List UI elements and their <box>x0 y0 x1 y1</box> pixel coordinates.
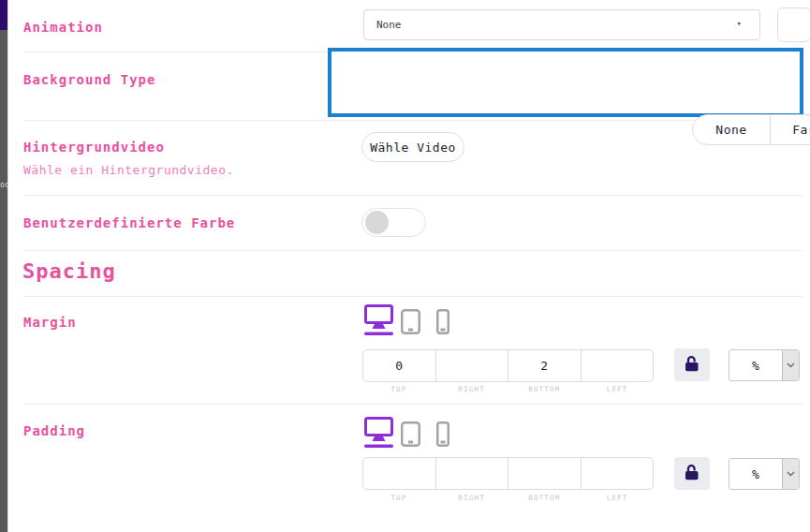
padding-bottom-input[interactable] <box>508 458 581 489</box>
tablet-icon[interactable] <box>401 309 420 334</box>
choose-video-button[interactable]: Wähle Video <box>361 132 464 162</box>
margin-input-group <box>362 349 654 382</box>
padding-label: Padding <box>23 423 85 438</box>
padding-field-labels: TOP RIGHT BOTTOM LEFT <box>362 494 654 502</box>
padding-unit-value: % <box>729 459 782 489</box>
desktop-icon[interactable] <box>364 304 393 335</box>
left-field-label: LEFT <box>581 385 654 393</box>
chevron-down-icon <box>782 459 799 489</box>
margin-unit-select[interactable]: % <box>729 349 800 381</box>
unlock-icon <box>685 464 700 484</box>
chevron-down-icon <box>782 350 799 380</box>
row-divider <box>23 296 803 297</box>
panel-edge-divider <box>7 0 8 532</box>
toggle-knob <box>365 211 389 234</box>
desktop-icon[interactable] <box>364 417 393 448</box>
row-divider <box>23 195 803 196</box>
dropdown-caret-icon: ▾ <box>737 19 742 28</box>
bg-type-option-farbe[interactable]: Farbe <box>770 115 810 144</box>
top-field-label: TOP <box>362 494 435 502</box>
margin-right-input[interactable] <box>436 350 508 381</box>
background-type-button-group: None Farbe Image Video Gradient <box>692 114 810 145</box>
spacing-heading: Spacing <box>22 259 116 283</box>
animation-label: Animation <box>23 20 103 35</box>
margin-label: Margin <box>23 315 77 330</box>
margin-field-labels: TOP RIGHT BOTTOM LEFT <box>362 385 654 393</box>
padding-left-input[interactable] <box>582 458 654 489</box>
row-divider <box>23 404 803 405</box>
background-type-label: Background Type <box>23 72 155 87</box>
padding-link-values-button[interactable] <box>674 457 710 490</box>
padding-right-input[interactable] <box>436 458 508 489</box>
mobile-icon[interactable] <box>436 421 449 447</box>
row-divider <box>23 120 803 121</box>
top-field-label: TOP <box>362 385 435 393</box>
padding-input-group <box>362 457 654 490</box>
custom-color-toggle[interactable] <box>361 208 426 237</box>
padding-unit-select[interactable]: % <box>729 458 800 490</box>
margin-top-input[interactable] <box>363 350 435 381</box>
focus-highlight-ring: None Farbe Image Video Gradient <box>328 48 803 117</box>
background-video-label: Hintergrundvideo <box>23 140 165 155</box>
right-field-label: RIGHT <box>435 494 508 502</box>
background-text-fragment: oc <box>0 181 7 190</box>
settings-panel: oc Animation None ▾ Background Type None… <box>0 0 810 532</box>
animation-select-value: None <box>376 19 402 31</box>
right-field-label: RIGHT <box>435 385 508 393</box>
left-field-label: LEFT <box>581 494 654 502</box>
custom-color-label: Benutzerdefinierte Farbe <box>23 215 235 230</box>
tablet-icon[interactable] <box>401 421 420 447</box>
background-video-description: Wähle ein Hintergrundvideo. <box>23 163 234 177</box>
corner-button[interactable] <box>777 7 810 42</box>
bottom-field-label: BOTTOM <box>508 494 582 502</box>
bottom-field-label: BOTTOM <box>508 385 582 393</box>
mobile-icon[interactable] <box>436 309 449 334</box>
background-header-strip <box>0 0 7 30</box>
margin-bottom-input[interactable] <box>508 350 581 381</box>
unlock-icon <box>685 355 700 376</box>
margin-unit-value: % <box>729 350 782 380</box>
row-divider <box>23 250 803 251</box>
margin-left-input[interactable] <box>582 350 654 381</box>
background-page-strip: oc <box>0 0 7 532</box>
animation-select[interactable]: None ▾ <box>363 9 760 40</box>
margin-link-values-button[interactable] <box>674 348 710 381</box>
padding-top-input[interactable] <box>363 458 435 489</box>
bg-type-option-none[interactable]: None <box>693 115 770 144</box>
